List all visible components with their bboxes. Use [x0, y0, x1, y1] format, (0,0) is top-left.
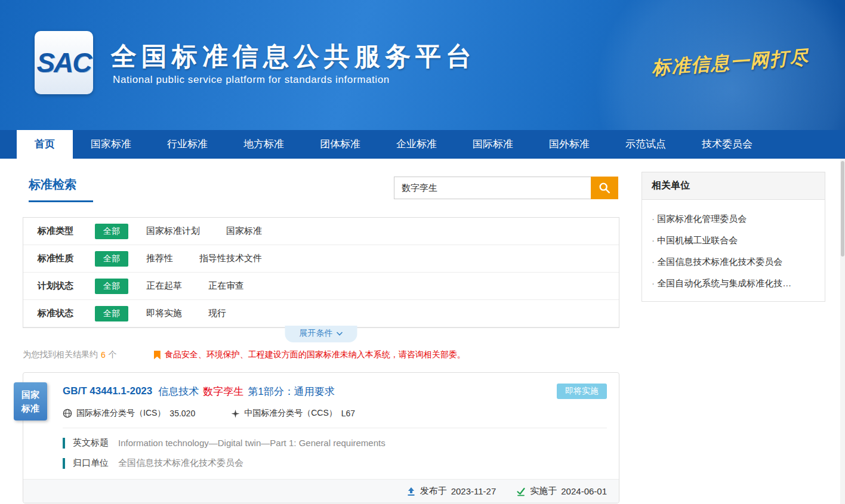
main-column: 标准检索 标准类型 全部 国家标准计划 国家标准 — [23, 172, 619, 503]
english-title-field: 英文标题 Information technology—Digital twin… — [63, 437, 607, 449]
sac-logo-text: SAC — [36, 47, 91, 79]
standard-result-card: 国家 标准 GB/T 43441.1-2023 信息技术 数字孪生 第1部分：通… — [23, 372, 619, 503]
sidebar-item-automation[interactable]: 全国自动化系统与集成标准化技… — [652, 268, 815, 289]
implement-date: 2024-06-01 — [561, 486, 607, 496]
content-area: 标准检索 标准类型 全部 国家标准计划 国家标准 — [0, 159, 845, 503]
filter-all-button[interactable]: 全部 — [95, 306, 128, 321]
chevron-down-icon — [337, 332, 343, 336]
nav-item-home[interactable]: 首页 — [17, 130, 73, 159]
search-section: 标准检索 — [23, 172, 619, 210]
standard-title-highlight[interactable]: 数字孪生 — [203, 385, 243, 398]
filter-option[interactable]: 指导性技术文件 — [199, 253, 262, 264]
nav-item-national-standards[interactable]: 国家标准 — [73, 130, 149, 159]
filter-panel: 标准类型 全部 国家标准计划 国家标准 标准性质 全部 推荐性 指导性技术文件 … — [23, 217, 619, 328]
scrollbar-track — [840, 159, 845, 504]
site-header: SAC 全国标准信息公共服务平台 National public service… — [0, 0, 845, 130]
sidebar-item-machinery[interactable]: 中国机械工业联合会 — [652, 225, 815, 246]
standard-code-link[interactable]: GB/T 43441.1-2023 — [63, 385, 152, 397]
field-accent-bar — [63, 458, 65, 469]
filter-option[interactable]: 正在起草 — [146, 280, 182, 292]
search-box — [394, 177, 618, 199]
sidebar-item-sac[interactable]: 国家标准化管理委员会 — [652, 203, 815, 225]
expand-conditions-button[interactable]: 展开条件 — [285, 326, 357, 342]
result-count-prefix: 为您找到相关结果约 — [23, 350, 98, 360]
nav-item-group-standards[interactable]: 团体标准 — [302, 130, 378, 159]
committee-label: 归口单位 — [73, 457, 109, 469]
filter-label: 计划状态 — [38, 280, 95, 292]
filter-label: 标准性质 — [38, 253, 95, 264]
publish-label: 发布于 — [420, 486, 447, 497]
page-title: 标准检索 — [29, 172, 93, 202]
result-count-suffix: 个 — [109, 350, 117, 360]
filter-row-standard-type: 标准类型 全部 国家标准计划 国家标准 — [23, 218, 619, 245]
field-accent-bar — [63, 438, 65, 449]
related-units-title: 相关单位 — [642, 172, 825, 200]
compass-icon — [231, 409, 240, 418]
ics-label: 国际标准分类号（ICS） — [76, 408, 165, 419]
site-subtitle: National public service platform for sta… — [113, 74, 390, 86]
filter-option[interactable]: 推荐性 — [146, 253, 173, 264]
header-slogan: 标准信息一网打尽 — [651, 45, 810, 81]
nav-item-foreign-standards[interactable]: 国外标准 — [531, 130, 607, 159]
result-count: 6 — [101, 350, 106, 360]
sidebar-column: 相关单位 国家标准化管理委员会 中国机械工业联合会 全国信息技术标准化技术委员会… — [642, 172, 825, 503]
sac-logo[interactable]: SAC — [35, 31, 93, 94]
committee-field: 归口单位 全国信息技术标准化技术委员会 — [63, 457, 607, 469]
filter-row-standard-nature: 标准性质 全部 推荐性 指导性技术文件 — [23, 245, 619, 273]
ics-value: 35.020 — [169, 409, 195, 418]
publish-icon — [406, 487, 416, 496]
bookmark-icon — [154, 351, 161, 360]
implement-date-group: 实施于 2024-06-01 — [516, 486, 607, 497]
card-meta-row: 国际标准分类号（ICS） 35.020 中国标准分类号（CCS） L67 — [63, 408, 607, 428]
filter-row-standard-status: 标准状态 全部 即将实施 现行 — [23, 300, 619, 327]
ccs-label: 中国标准分类号（CCS） — [244, 408, 337, 419]
filter-option[interactable]: 国家标准计划 — [146, 225, 200, 237]
search-button[interactable] — [591, 177, 618, 199]
filter-option[interactable]: 国家标准 — [226, 225, 262, 237]
filter-option[interactable]: 正在审查 — [208, 280, 244, 292]
filter-label: 标准类型 — [38, 225, 95, 237]
ccs-group: 中国标准分类号（CCS） L67 — [231, 408, 355, 419]
ics-group: 国际标准分类号（ICS） 35.020 — [63, 408, 195, 419]
card-title-row: GB/T 43441.1-2023 信息技术 数字孪生 第1部分：通用要求 即将… — [63, 373, 607, 399]
site-title: 全国标准信息公共服务平台 — [111, 39, 476, 74]
nav-item-local-standards[interactable]: 地方标准 — [226, 130, 302, 159]
nav-item-technical-committee[interactable]: 技术委员会 — [684, 130, 770, 159]
implement-label: 实施于 — [530, 486, 557, 497]
nav-item-pilot[interactable]: 示范试点 — [607, 130, 684, 159]
english-title-value: Information technology—Digital twin—Part… — [118, 438, 386, 448]
notice-wrap: 食品安全、环境保护、工程建设方面的国家标准未纳入本系统，请咨询相关部委。 — [154, 350, 465, 360]
badge-line1: 国家 — [14, 388, 47, 401]
standard-title-part2[interactable]: 第1部分：通用要求 — [248, 385, 334, 398]
card-footer: 发布于 2023-11-27 实施于 2024-06-01 — [23, 479, 619, 503]
publish-date-group: 发布于 2023-11-27 — [406, 486, 496, 497]
filter-row-plan-status: 计划状态 全部 正在起草 正在审查 — [23, 273, 619, 300]
english-title-label: 英文标题 — [73, 437, 109, 449]
expand-conditions-label: 展开条件 — [300, 328, 333, 339]
filter-all-button[interactable]: 全部 — [95, 279, 128, 294]
results-summary-row: 为您找到相关结果约 6 个 食品安全、环境保护、工程建设方面的国家标准未纳入本系… — [23, 350, 619, 360]
main-nav: 首页 国家标准 行业标准 地方标准 团体标准 企业标准 国际标准 国外标准 示范… — [0, 130, 845, 159]
publish-date: 2023-11-27 — [451, 486, 496, 496]
status-badge: 即将实施 — [557, 384, 607, 399]
ccs-value: L67 — [341, 409, 355, 418]
filter-option[interactable]: 现行 — [208, 308, 226, 319]
scrollbar-thumb[interactable] — [841, 161, 844, 256]
nav-item-enterprise-standards[interactable]: 企业标准 — [378, 130, 455, 159]
standard-title-part1[interactable]: 信息技术 — [158, 385, 199, 398]
filter-option[interactable]: 即将实施 — [146, 308, 182, 319]
nav-item-industry-standards[interactable]: 行业标准 — [149, 130, 226, 159]
filter-all-button[interactable]: 全部 — [95, 224, 128, 239]
globe-icon — [63, 409, 72, 418]
related-units-list: 国家标准化管理委员会 中国机械工业联合会 全国信息技术标准化技术委员会 全国自动… — [642, 200, 825, 301]
badge-line2: 标准 — [14, 401, 47, 415]
notice-text: 食品安全、环境保护、工程建设方面的国家标准未纳入本系统，请咨询相关部委。 — [165, 350, 465, 360]
committee-value: 全国信息技术标准化技术委员会 — [118, 457, 243, 469]
check-icon — [516, 487, 526, 496]
search-input[interactable] — [394, 177, 591, 199]
sidebar-item-it-committee[interactable]: 全国信息技术标准化技术委员会 — [652, 246, 815, 268]
related-units-panel: 相关单位 国家标准化管理委员会 中国机械工业联合会 全国信息技术标准化技术委员会… — [642, 172, 825, 302]
card-inner: GB/T 43441.1-2023 信息技术 数字孪生 第1部分：通用要求 即将… — [23, 373, 619, 469]
filter-all-button[interactable]: 全部 — [95, 251, 128, 267]
nav-item-international-standards[interactable]: 国际标准 — [455, 130, 531, 159]
